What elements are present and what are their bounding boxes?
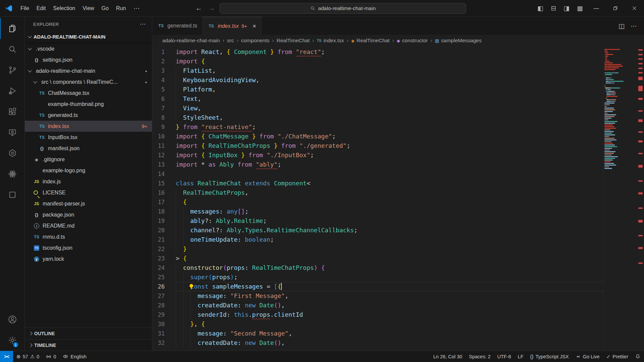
live-preview-activity-button[interactable] <box>0 184 24 205</box>
more-actions-icon[interactable]: ⋯ <box>628 22 639 30</box>
code-line-21[interactable]: 21 oneTimeUpdate: boolean; <box>152 235 603 244</box>
file-settings.json[interactable]: {}settings.json <box>25 54 152 65</box>
eol-indicator[interactable]: LF <box>515 351 527 362</box>
code-line-10[interactable]: 10import { ChatMessage } from "./ChatMes… <box>152 132 603 141</box>
forward-button[interactable]: → <box>207 4 216 12</box>
code-line-18[interactable]: 18 messages: any[]; <box>152 207 603 216</box>
remote-indicator[interactable]: >< <box>0 351 13 362</box>
explorer-more-actions-button[interactable]: ⋯ <box>140 20 146 28</box>
customize-layout-icon[interactable]: ▦ <box>573 4 587 12</box>
code-line-20[interactable]: 20 channel?: Ably.Types.RealtimeChannelC… <box>152 226 603 235</box>
overview-ruler[interactable] <box>637 46 644 351</box>
file-ChatMessage.tsx[interactable]: TSChatMessage.tsx <box>25 87 152 99</box>
code-editor[interactable]: 1import React, { Component } from "react… <box>152 46 603 351</box>
file-tsconfig.json[interactable]: TStsconfig.json <box>25 242 152 253</box>
breadcrumb-item-adalo-realtime-chat-main[interactable]: adalo-realtime-chat-main <box>162 38 220 44</box>
code-line-5[interactable]: 5 Platform, <box>152 85 603 94</box>
go-live-button[interactable]: Go Live <box>572 351 603 362</box>
menu-file[interactable]: File <box>17 4 33 13</box>
code-line-17[interactable]: 17 { <box>152 197 603 207</box>
close-window-button[interactable] <box>625 0 644 16</box>
outline-section[interactable]: OUTLINE <box>25 328 152 339</box>
file-.gitignore[interactable]: ◈.gitignore <box>25 154 152 165</box>
encoding-indicator[interactable]: UTF-8 <box>494 351 515 362</box>
code-line-29[interactable]: 29 senderId: this.props.clientId <box>152 310 603 319</box>
code-line-13[interactable]: 13import * as Ably from "ably"; <box>152 160 603 169</box>
search-activity-button[interactable] <box>0 39 24 60</box>
remote-explorer-activity-button[interactable] <box>0 122 24 143</box>
language-mode-indicator[interactable]: {} TypeScript JSX <box>527 351 572 362</box>
menu-view[interactable]: View <box>79 4 98 13</box>
code-line-16[interactable]: 16 RealTimeChatProps, <box>152 188 603 197</box>
menu-go[interactable]: Go <box>98 4 112 13</box>
code-line-12[interactable]: 12import { InputBox } from "./InputBox"; <box>152 150 603 160</box>
containers-activity-button[interactable] <box>0 143 24 164</box>
notifications-button[interactable] <box>632 351 644 362</box>
settings-button[interactable]: 1 <box>0 330 24 351</box>
file-README.md[interactable]: iREADME.md <box>25 220 152 231</box>
code-line-8[interactable]: 8 StyleSheet, <box>152 113 603 122</box>
code-line-31[interactable]: 31 message: "Second Message", <box>152 329 603 338</box>
toggle-sidebar-icon[interactable]: ◧ <box>534 4 547 12</box>
source-control-activity-button[interactable] <box>0 60 24 80</box>
code-line-11[interactable]: 11import { RealTimeChatProps } from "./g… <box>152 141 603 150</box>
file-example-logo.png[interactable]: example-logo.png <box>25 165 152 176</box>
code-line-6[interactable]: 6 Text, <box>152 94 603 104</box>
code-line-14[interactable]: 14 <box>152 169 603 179</box>
code-line-9[interactable]: 9} from "react-native"; <box>152 122 603 132</box>
code-line-2[interactable]: 2import { <box>152 57 603 66</box>
file-generated.ts[interactable]: TSgenerated.ts <box>25 110 152 121</box>
accounts-button[interactable] <box>0 309 24 330</box>
toggle-panel-icon[interactable]: ⊟ <box>547 4 560 12</box>
run-debug-activity-button[interactable] <box>0 80 24 101</box>
code-line-22[interactable]: 22 } <box>152 244 603 254</box>
file-package.json[interactable]: {}package.json <box>25 209 152 220</box>
menu-run[interactable]: Run <box>112 4 129 13</box>
menu-edit[interactable]: Edit <box>33 4 50 13</box>
code-line-15[interactable]: 15class RealTimeChat extends Component< <box>152 179 603 188</box>
code-line-25[interactable]: 25 super(props); <box>152 273 603 282</box>
code-line-24[interactable]: 24 constructor(props: RealTimeChatProps)… <box>152 263 603 273</box>
breadcrumb-item-sampleMessages[interactable]: ▤sampleMessages <box>434 38 482 44</box>
code-line-28[interactable]: 28 createdDate: new Date(), <box>152 301 603 310</box>
tab-generated.ts[interactable]: TSgenerated.ts <box>152 17 203 35</box>
menu-selection[interactable]: Selection <box>49 4 79 13</box>
code-line-19[interactable]: 19 ably?: Ably.Realtime; <box>152 216 603 226</box>
menu-overflow-button[interactable]: ⋯ <box>130 5 143 12</box>
tab-index.tsx[interactable]: TSindex.tsx9+× <box>203 17 262 35</box>
close-icon[interactable]: × <box>253 22 256 30</box>
code-line-26[interactable]: 26 const sampleMessages = [{ <box>152 282 603 291</box>
file-index.tsx[interactable]: TSindex.tsx9+ <box>25 121 152 132</box>
toggle-secondary-sidebar-icon[interactable]: ◨ <box>560 4 573 12</box>
file-manifest.json[interactable]: {}manifest.json <box>25 143 152 154</box>
code-line-23[interactable]: 23> { <box>152 254 603 263</box>
react-devtools-activity-button[interactable] <box>0 164 24 184</box>
indentation-indicator[interactable]: Spaces: 2 <box>466 351 494 362</box>
minimize-button[interactable]: — <box>587 0 606 16</box>
command-center-search[interactable]: adalo-realtime-chat-main <box>220 3 466 14</box>
code-line-32[interactable]: 32 createdDate: new Date(), <box>152 338 603 348</box>
file-example-thumbnail.png[interactable]: example-thumbnail.png <box>25 99 152 110</box>
folder-adalo-realtime-chat-main[interactable]: adalo-realtime-chat-main● <box>25 65 152 76</box>
breadcrumb-item-RealTimeChat[interactable]: ◈RealTimeChat <box>351 38 390 44</box>
breadcrumb-item-constructor[interactable]: ◆constructor <box>396 38 429 44</box>
code-line-27[interactable]: 27 message: "First Message", <box>152 291 603 301</box>
workspace-root-row[interactable]: ADALO-REALTIME-CHAT-MAIN <box>25 32 152 42</box>
breadcrumb-item-RealTimeChat[interactable]: RealTimeChat <box>276 38 311 44</box>
code-line-7[interactable]: 7 View, <box>152 104 603 113</box>
back-button[interactable]: ← <box>194 4 204 12</box>
breadcrumb-item-index.tsx[interactable]: TSindex.tsx <box>316 38 344 44</box>
restore-button[interactable] <box>606 0 625 16</box>
cursor-position[interactable]: Ln 26, Col 30 <box>430 351 466 362</box>
ports-indicator[interactable]: 0 <box>43 351 59 362</box>
extensions-activity-button[interactable] <box>0 101 24 122</box>
prettier-indicator[interactable]: ✓ Prettier <box>603 351 632 362</box>
problems-indicator[interactable]: ⊗ 57 ⚠ 0 <box>13 351 43 362</box>
file-rnmu.d.ts[interactable]: TSrnmu.d.ts <box>25 231 152 242</box>
spell-language-indicator[interactable]: English <box>59 351 90 362</box>
breadcrumb-item-components[interactable]: components <box>240 38 270 44</box>
minimap[interactable] <box>603 46 637 351</box>
file-manifest-parser.js[interactable]: JSmanifest-parser.js <box>25 198 152 209</box>
code-line-1[interactable]: 1import React, { Component } from "react… <box>152 47 603 57</box>
file-yarn.lock[interactable]: yyarn.lock <box>25 253 152 264</box>
